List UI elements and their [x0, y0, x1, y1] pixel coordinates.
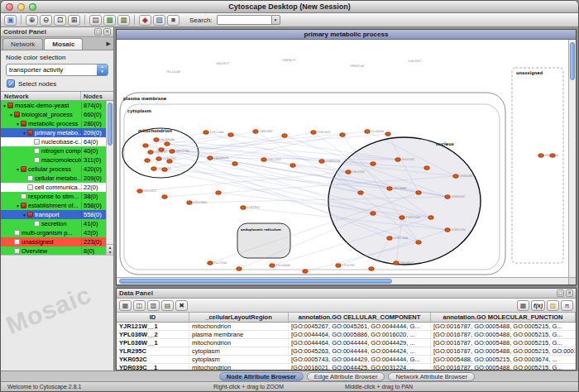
table-cell[interactable]: cytoplasm	[189, 356, 289, 363]
zoom-window-button[interactable]	[29, 3, 36, 11]
tree-row-multi-organism-p[interactable]: multi-organism p...42(0)	[1, 228, 106, 237]
network-node[interactable]	[387, 237, 393, 241]
expand-icon[interactable]: ▼	[15, 167, 21, 172]
expand-icon[interactable]: ▼	[22, 131, 27, 136]
close-panel-icon[interactable]: ✕	[103, 28, 111, 36]
network-node[interactable]	[416, 191, 422, 195]
network-vscroll-thumb[interactable]	[570, 42, 575, 80]
network-node[interactable]	[428, 216, 434, 220]
network-node[interactable]	[232, 162, 238, 166]
network-node[interactable]	[261, 158, 267, 162]
network-node[interactable]	[303, 270, 309, 274]
network-node[interactable]	[394, 261, 400, 265]
network-node[interactable]	[170, 150, 175, 154]
tree-scrollbar-buttons[interactable]: ▲ ▼	[107, 244, 113, 255]
table-row[interactable]: YPL036W__2plasma membrane[GO:0044464, GO…	[117, 331, 576, 339]
table-cell[interactable]: [GO:0016787, GO:0005488, GO:0005215, G..…	[431, 323, 576, 330]
table-row[interactable]: YKR052Ccytoplasm[GO:0005743, GO:0044429,…	[117, 356, 576, 364]
network-node[interactable]	[208, 156, 213, 160]
table-cell[interactable]: YLR295C	[117, 347, 189, 355]
network-node[interactable]	[385, 132, 391, 136]
column-header-id[interactable]: ID	[117, 313, 189, 322]
expand-icon[interactable]: ▼	[22, 213, 27, 218]
matrix-icon[interactable]: ▦	[517, 300, 529, 311]
network-node[interactable]	[445, 195, 451, 199]
network-node[interactable]	[400, 216, 405, 220]
network-node[interactable]	[228, 133, 234, 137]
network-node[interactable]	[369, 267, 375, 271]
tab-node-attribute-browser[interactable]: Node Attribute Browser	[219, 372, 304, 381]
network-node[interactable]	[253, 130, 259, 134]
network-node[interactable]	[550, 154, 556, 158]
close-window-button[interactable]	[6, 3, 13, 11]
node-color-dropdown[interactable]: transporter activity ▲▼	[6, 64, 108, 76]
network-node[interactable]	[187, 201, 193, 205]
delete-attribute-icon[interactable]: ✖	[175, 300, 188, 311]
search-input[interactable]	[217, 15, 271, 25]
table-cell[interactable]: [GO:0005488, GO:0005215, GO:0003674, ...	[431, 356, 576, 363]
network-node[interactable]	[387, 187, 393, 191]
annotation-icon[interactable]: ▨	[153, 15, 165, 26]
zoom-in-icon[interactable]: ⊕	[26, 15, 38, 26]
network-node[interactable]	[165, 142, 170, 146]
expand-icon[interactable]: ▼	[15, 203, 21, 208]
network-vertical-scrollbar[interactable]	[568, 40, 576, 277]
network-node[interactable]	[453, 174, 459, 179]
expand-icon[interactable]: ▼	[2, 103, 7, 108]
tree-row-cellular-metabo[interactable]: cellular metabo...209(0)	[1, 174, 106, 183]
table-cell[interactable]: [GO:0045263, GO:0044444, GO:0044424, ...	[289, 347, 431, 355]
select-columns-icon[interactable]: ▥	[147, 300, 160, 311]
table-cell[interactable]: YPL036W__2	[117, 331, 189, 338]
vizmapper-icon[interactable]: ◆	[139, 15, 151, 26]
zoom-selected-icon[interactable]: ⊡	[54, 15, 66, 26]
tree-row-biological-process[interactable]: ▼biological_process660(0)	[1, 110, 106, 119]
tree-scrollbar[interactable]: ▲ ▼	[106, 101, 113, 255]
table-cell[interactable]: plasma membrane	[189, 331, 289, 338]
expand-icon[interactable]: ▼	[15, 122, 21, 127]
network-node[interactable]	[371, 162, 376, 166]
table-cell[interactable]: mitochondrion	[189, 323, 289, 330]
tree-row-secretion[interactable]: secretion41(0)	[1, 219, 106, 228]
minimize-window-button[interactable]	[17, 3, 25, 11]
tree-row-transport[interactable]: ▼transport558(0)	[1, 210, 106, 219]
network-node[interactable]	[208, 261, 213, 265]
close-panel-icon[interactable]: ✕	[566, 289, 573, 297]
tab-edge-attribute-browser[interactable]: Edge Attribute Browser	[307, 372, 385, 381]
network-node[interactable]	[270, 264, 275, 268]
zoom-out-icon[interactable]: ⊖	[40, 15, 52, 26]
network-node[interactable]	[424, 166, 430, 170]
network-edge[interactable]	[165, 135, 342, 170]
network-node[interactable]	[371, 212, 376, 216]
import-network-icon[interactable]: ▦	[117, 15, 130, 26]
network-horizontal-scrollbar[interactable]	[117, 277, 568, 284]
attribute-grid-icon[interactable]: ▦	[119, 300, 132, 311]
network-node[interactable]	[319, 160, 325, 164]
tree-row-nitrogen-compo[interactable]: nitrogen compo...40(0)	[1, 146, 106, 155]
tree-scrollbar-thumb[interactable]	[108, 103, 112, 146]
network-node[interactable]	[162, 195, 168, 199]
tree-row-overview[interactable]: Overview8(0)	[1, 246, 106, 255]
tab-network-attribute-browser[interactable]: Network Attribute Browser	[388, 372, 475, 381]
network-hscroll-thumb[interactable]	[119, 279, 392, 284]
network-node[interactable]	[395, 158, 401, 162]
network-node[interactable]	[241, 206, 246, 210]
network-node[interactable]	[311, 131, 317, 135]
zoom-fit-icon[interactable]: ⊞	[68, 15, 80, 26]
tree-row-mosaic-demo-yeast[interactable]: ▼mosaic-demo-yeast874(0)	[1, 101, 106, 110]
table-cell[interactable]: [GO:0044464, GO:0044444, GO:0044429, ...	[289, 339, 431, 347]
table-cell[interactable]: [GO:0016021, GO:0044425, GO:0031224, ...	[289, 364, 431, 370]
network-node[interactable]	[156, 157, 162, 161]
float-panel-icon[interactable]: ▢	[557, 289, 564, 297]
tab-scroll-right-icon[interactable]: ▶	[107, 41, 112, 50]
tree-column-network[interactable]: Network	[1, 92, 81, 100]
table-cell[interactable]: cytoplasm	[189, 347, 289, 355]
network-node[interactable]	[416, 241, 422, 245]
network-node[interactable]	[237, 267, 242, 271]
tree-row-nucleobase-c[interactable]: nucleobase-c...64(0)	[1, 137, 106, 146]
copy-attributes-icon[interactable]: ◫	[133, 300, 146, 311]
network-node[interactable]	[151, 167, 157, 171]
tree-row-cellular-process[interactable]: ▼cellular process420(0)	[1, 165, 106, 174]
network-canvas[interactable]: plasma membranecytoplasmmitochondrionnuc…	[117, 40, 568, 277]
network-node[interactable]	[159, 148, 165, 152]
formula-builder-button[interactable]: f(x)	[531, 300, 545, 311]
